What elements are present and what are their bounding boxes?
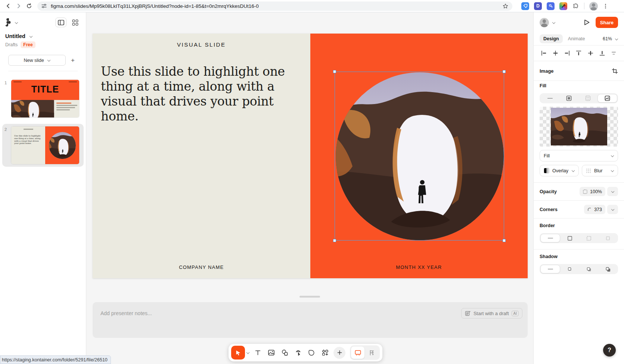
extension-tag-icon[interactable] bbox=[521, 2, 529, 10]
shadow-medium-option[interactable] bbox=[579, 265, 598, 273]
selection-handle-bottom-left[interactable] bbox=[333, 239, 336, 242]
share-button[interactable]: Share bbox=[596, 17, 618, 28]
reload-icon[interactable] bbox=[24, 1, 34, 11]
site-info-icon[interactable] bbox=[41, 3, 47, 9]
extension-d-icon[interactable]: D bbox=[534, 2, 542, 10]
url-bar[interactable]: figma.com/slides/Mp95k08LkITq31LXpjBRjS/… bbox=[37, 1, 512, 11]
shapes-tool-button[interactable] bbox=[278, 346, 291, 359]
presenter-notes-panel[interactable]: Add presenter notes... Start with a draf… bbox=[93, 302, 528, 338]
figma-logo-icon[interactable] bbox=[5, 18, 11, 26]
notes-drag-handle[interactable] bbox=[299, 296, 320, 298]
selection-handle-top-left[interactable] bbox=[333, 70, 336, 73]
opacity-input[interactable]: 100% bbox=[580, 187, 605, 196]
slide-left-half[interactable]: VISUAL SLIDE Use this slide to highlight… bbox=[93, 34, 310, 278]
selection-handle-top-right[interactable] bbox=[503, 70, 506, 73]
single-slide-view-toggle[interactable] bbox=[55, 18, 66, 27]
image-fill-preview[interactable] bbox=[540, 107, 618, 147]
fill-image-option[interactable] bbox=[597, 94, 617, 103]
slide-body-text[interactable]: Use this slide to highlight one thing at… bbox=[101, 64, 289, 124]
browser-profile-avatar[interactable] bbox=[589, 2, 598, 10]
fill-mode-dropdown[interactable]: Fill bbox=[540, 150, 618, 161]
thumb2-beige-half: Use this slide to highlight one thing at… bbox=[11, 126, 45, 164]
fill-solid-option[interactable] bbox=[559, 94, 578, 103]
slide-right-half[interactable]: MONTH XX YEAR bbox=[310, 34, 528, 278]
notes-placeholder[interactable]: Add presenter notes... bbox=[100, 310, 152, 316]
select-tool-button[interactable] bbox=[231, 346, 245, 360]
border-solid-option[interactable] bbox=[560, 234, 579, 242]
align-left-icon[interactable] bbox=[539, 49, 548, 58]
file-menu-chevron-icon[interactable] bbox=[29, 35, 32, 38]
file-name[interactable]: Untitled bbox=[5, 33, 25, 39]
blur-dropdown[interactable]: Blur bbox=[582, 165, 618, 176]
opacity-dropdown-button[interactable] bbox=[607, 187, 618, 196]
corners-input[interactable]: 373 bbox=[584, 205, 605, 214]
toolbar bbox=[229, 344, 382, 361]
forward-icon[interactable] bbox=[13, 1, 24, 11]
align-top-icon[interactable] bbox=[574, 49, 583, 58]
dev-mode-button[interactable] bbox=[365, 346, 379, 359]
start-draft-button[interactable]: Start with a draft AI bbox=[461, 308, 522, 318]
align-vertical-center-icon[interactable] bbox=[586, 49, 595, 58]
opacity-value: 100% bbox=[590, 189, 602, 194]
tab-animate[interactable]: Animate bbox=[568, 36, 585, 41]
zoom-control[interactable]: 61% bbox=[603, 36, 618, 41]
status-link-preview: https://staging.kontainer.com/folder/529… bbox=[0, 355, 111, 364]
add-more-button[interactable] bbox=[333, 347, 345, 359]
interactive-tool-button[interactable] bbox=[292, 346, 304, 359]
fill-pattern-option[interactable] bbox=[578, 94, 597, 103]
slide-footer-left[interactable]: COMPANY NAME bbox=[93, 264, 310, 270]
bookmark-star-icon[interactable] bbox=[502, 3, 509, 9]
slide-eyebrow[interactable]: VISUAL SLIDE bbox=[93, 41, 310, 48]
slide-thumbnail-1[interactable]: TITLE bbox=[11, 80, 79, 117]
border-segment bbox=[540, 233, 618, 243]
slide-number: 1 bbox=[4, 80, 11, 117]
slides-mode-button[interactable] bbox=[351, 346, 364, 359]
fill-none-option[interactable] bbox=[540, 94, 559, 103]
help-button[interactable]: ? bbox=[603, 344, 616, 357]
align-bottom-icon[interactable] bbox=[598, 49, 607, 58]
corners-value: 373 bbox=[594, 207, 602, 212]
slide-list-item-2[interactable]: 2 Use this slide to highlight one thing … bbox=[2, 124, 84, 167]
user-avatar[interactable] bbox=[540, 18, 549, 27]
extension-key-icon[interactable] bbox=[547, 2, 555, 10]
image-tool-button[interactable] bbox=[265, 346, 277, 359]
border-none-option[interactable] bbox=[540, 234, 560, 242]
tab-design[interactable]: Design bbox=[540, 34, 563, 43]
extension-eyedropper-icon[interactable] bbox=[559, 2, 567, 10]
shadow-large-option[interactable] bbox=[598, 265, 617, 273]
slide-canvas[interactable]: VISUAL SLIDE Use this slide to highlight… bbox=[93, 34, 528, 278]
border-dashed-option[interactable] bbox=[579, 234, 598, 242]
border-custom-option[interactable] bbox=[598, 234, 617, 242]
shadow-small-option[interactable] bbox=[560, 265, 579, 273]
main-menu-chevron-icon[interactable] bbox=[15, 21, 18, 24]
slide-footer-right[interactable]: MONTH XX YEAR bbox=[310, 264, 528, 270]
fill-mode-chevron-icon bbox=[611, 154, 614, 157]
widgets-tool-button[interactable] bbox=[319, 346, 331, 359]
align-horizontal-center-icon[interactable] bbox=[551, 49, 560, 58]
comment-tool-button[interactable] bbox=[305, 346, 318, 359]
chrome-menu-icon[interactable] bbox=[603, 3, 608, 9]
text-tool-button[interactable] bbox=[251, 346, 264, 359]
selection-handle-bottom-right[interactable] bbox=[503, 239, 506, 242]
new-slide-button[interactable]: New slide bbox=[8, 55, 66, 66]
distribute-icon[interactable] bbox=[609, 49, 618, 58]
present-icon[interactable] bbox=[583, 19, 590, 26]
align-right-icon[interactable] bbox=[563, 49, 572, 58]
plan-badge[interactable]: Free bbox=[21, 41, 35, 48]
shadow-none-option[interactable] bbox=[540, 265, 560, 273]
slide-list-item-1[interactable]: 1 TITLE bbox=[2, 77, 84, 120]
file-location[interactable]: Drafts bbox=[5, 42, 18, 47]
corners-dropdown-button[interactable] bbox=[607, 205, 618, 214]
select-tool-chevron-icon[interactable] bbox=[246, 351, 249, 354]
extensions-puzzle-icon[interactable] bbox=[572, 3, 579, 10]
slide-thumbnail-2[interactable]: Use this slide to highlight one thing at… bbox=[11, 126, 79, 164]
grid-view-toggle[interactable] bbox=[69, 18, 81, 27]
back-icon[interactable] bbox=[3, 1, 13, 11]
slide-image[interactable] bbox=[336, 72, 504, 240]
add-slide-plus-button[interactable]: + bbox=[68, 56, 78, 65]
crop-icon[interactable] bbox=[612, 68, 618, 74]
avatar-chevron-icon[interactable] bbox=[552, 21, 555, 24]
overlay-dropdown[interactable]: Overlay bbox=[540, 165, 579, 176]
canvas[interactable]: VISUAL SLIDE Use this slide to highlight… bbox=[86, 12, 533, 364]
url-text[interactable]: figma.com/slides/Mp95k08LkITq31LXpjBRjS/… bbox=[51, 3, 502, 9]
